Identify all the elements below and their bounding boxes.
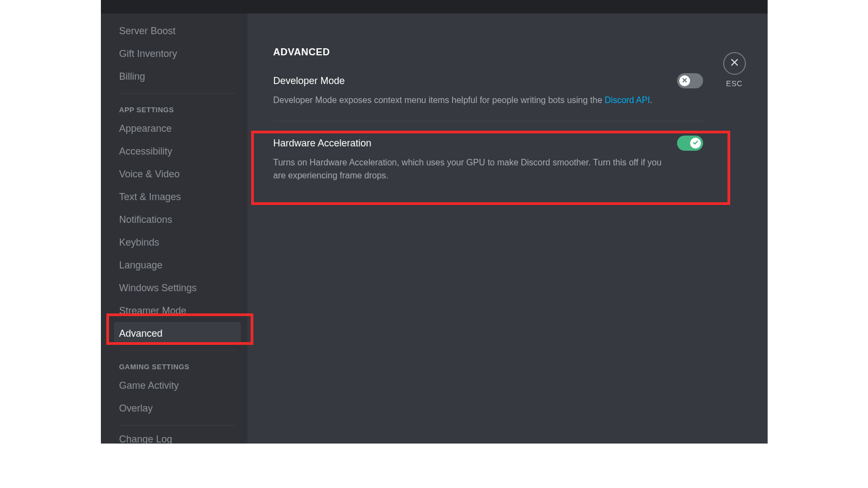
settings-sidebar: Discord Nitro Server Boost Gift Inventor… bbox=[101, 0, 247, 444]
sidebar-divider bbox=[119, 93, 235, 94]
page-title: ADVANCED bbox=[273, 47, 703, 58]
setting-description: Turns on Hardware Acceleration, which us… bbox=[273, 156, 675, 182]
desc-text: . bbox=[650, 95, 652, 105]
sidebar-item-windows-settings[interactable]: Windows Settings bbox=[114, 277, 241, 299]
toggle-knob bbox=[690, 138, 701, 149]
sidebar-divider bbox=[119, 350, 235, 351]
sidebar-item-game-activity[interactable]: Game Activity bbox=[114, 374, 241, 397]
developer-mode-toggle[interactable] bbox=[677, 73, 703, 88]
setting-description: Developer Mode exposes context menu item… bbox=[273, 94, 675, 107]
sidebar-item-notifications[interactable]: Notifications bbox=[114, 208, 241, 231]
sidebar-item-accessibility[interactable]: Accessibility bbox=[114, 140, 241, 163]
setting-title: Hardware Acceleration bbox=[273, 138, 372, 149]
settings-window: Discord Nitro Server Boost Gift Inventor… bbox=[101, 0, 768, 444]
sidebar-item-change-log[interactable]: Change Log bbox=[114, 428, 241, 444]
sidebar-divider bbox=[119, 425, 235, 426]
close-icon bbox=[730, 57, 739, 69]
setting-hardware-acceleration: Hardware Acceleration Turns on bbox=[273, 136, 703, 196]
sidebar-item-billing[interactable]: Billing bbox=[114, 65, 241, 88]
close-esc-label: ESC bbox=[726, 79, 742, 88]
sidebar-header-gaming-settings: GAMING SETTINGS bbox=[114, 353, 241, 374]
sidebar-item-server-boost[interactable]: Server Boost bbox=[114, 20, 241, 42]
sidebar-item-overlay[interactable]: Overlay bbox=[114, 397, 241, 420]
sidebar-item-appearance[interactable]: Appearance bbox=[114, 117, 241, 140]
setting-title: Developer Mode bbox=[273, 75, 345, 87]
close-button[interactable] bbox=[723, 52, 746, 75]
settings-content: ESC ADVANCED Developer Mode bbox=[247, 0, 768, 444]
sidebar-item-language[interactable]: Language bbox=[114, 254, 241, 277]
sidebar-item-voice-video[interactable]: Voice & Video bbox=[114, 163, 241, 185]
sidebar-item-keybinds[interactable]: Keybinds bbox=[114, 231, 241, 254]
discord-api-link[interactable]: Discord API bbox=[605, 95, 650, 105]
sidebar-item-gift-inventory[interactable]: Gift Inventory bbox=[114, 42, 241, 65]
sidebar-item-text-images[interactable]: Text & Images bbox=[114, 185, 241, 208]
check-mark-icon bbox=[692, 138, 699, 148]
sidebar-header-app-settings: APP SETTINGS bbox=[114, 96, 241, 117]
sidebar-item-advanced[interactable]: Advanced bbox=[114, 322, 241, 345]
setting-developer-mode: Developer Mode bbox=[273, 73, 703, 121]
toggle-knob bbox=[679, 75, 690, 86]
sidebar-item-streamer-mode[interactable]: Streamer Mode bbox=[114, 299, 241, 322]
hardware-acceleration-toggle[interactable] bbox=[677, 136, 703, 151]
desc-text: Developer Mode exposes context menu item… bbox=[273, 95, 605, 105]
x-mark-icon bbox=[681, 76, 688, 86]
window-titlebar bbox=[101, 0, 768, 14]
